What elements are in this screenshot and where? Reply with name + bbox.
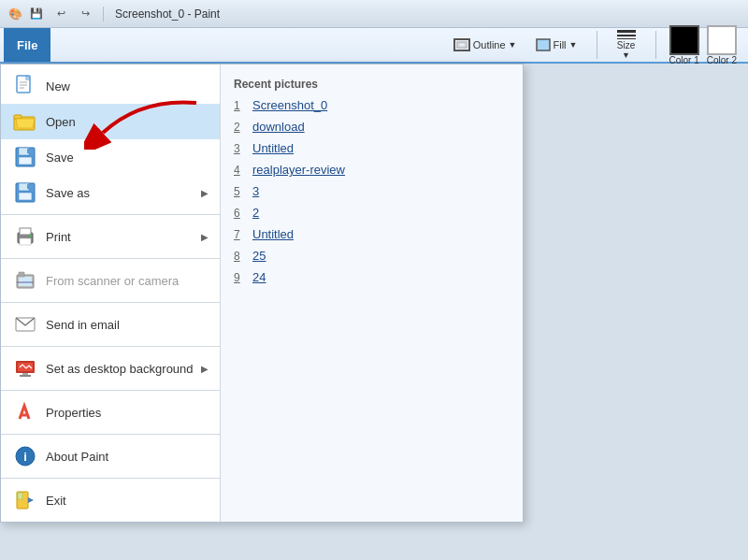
desktop-icon [12,357,38,380]
color1-section: Color 1 [669,25,699,65]
menu-item-save[interactable]: Save [1,139,220,175]
menu-item-print[interactable]: Print ▶ [1,219,220,254]
recent-name: download [252,120,305,134]
menu-item-open[interactable]: Open [1,104,220,139]
svg-text:i: i [23,450,27,464]
recent-name: Screenshot_0 [252,98,327,112]
svg-rect-25 [19,272,24,277]
recent-name: Untitled [252,141,294,155]
recent-name: 2 [252,206,259,220]
about-icon: i [12,445,38,467]
file-menu-left: New Open Save [1,65,221,522]
fill-button[interactable]: Fill ▼ [530,36,583,54]
size-label: Size [617,40,635,50]
properties-icon [12,401,38,424]
save-quick-button[interactable]: 💾 [26,4,47,24]
menu-item-scanner[interactable]: From scanner or camera [1,263,220,298]
svg-rect-36 [18,493,22,499]
menu-item-about[interactable]: i About Paint [1,438,220,474]
menu-divider-1 [1,214,220,215]
size-icon [617,30,636,39]
svg-rect-20 [20,228,31,235]
recent-name: Untitled [252,227,294,241]
menu-item-email[interactable]: Send in email [1,307,220,342]
menu-item-exit[interactable]: Exit [1,482,220,518]
exit-icon [12,489,38,511]
outline-button[interactable]: Outline ▼ [448,36,523,54]
menu-item-properties[interactable]: Properties [1,395,220,430]
save-icon [12,146,38,168]
recent-item[interactable]: 825 [221,245,523,266]
svg-rect-24 [19,277,32,286]
svg-rect-13 [19,157,32,165]
new-label: New [46,79,209,93]
recent-panel: Recent pictures 1Screenshot_02download3U… [221,65,523,522]
title-bar: 🎨 💾 ↩ ↪ Screenshot_0 - Paint [0,0,748,28]
svg-rect-31 [20,375,31,377]
scanner-label: From scanner or camera [46,274,209,288]
menu-item-save-as[interactable]: Save as ▶ [1,175,220,210]
color2-swatch[interactable] [707,25,737,55]
outline-chevron: ▼ [509,40,517,50]
redo-button[interactable]: ↪ [75,4,95,24]
ribbon-divider [597,31,597,59]
recent-header: Recent pictures [221,72,523,94]
color1-swatch[interactable] [669,25,699,55]
recent-name: realplayer-review [252,163,345,177]
recent-item[interactable]: 1Screenshot_0 [221,94,523,116]
svg-rect-5 [25,76,30,80]
print-label: Print [46,230,201,244]
svg-point-22 [29,235,32,237]
quick-access-toolbar: 🎨 💾 ↩ ↪ [7,4,108,24]
svg-rect-17 [19,193,32,200]
menu-divider-2 [1,258,220,259]
recent-num: 8 [234,250,245,263]
file-menu: New Open Save [0,64,524,523]
svg-rect-21 [20,238,31,245]
file-tab[interactable]: File [4,28,50,62]
menu-divider-4 [1,346,220,347]
recent-num: 3 [234,142,245,155]
fill-icon [536,38,551,51]
recent-item[interactable]: 2download [221,116,523,137]
outline-icon [453,38,470,51]
print-icon [12,225,38,248]
size-button[interactable]: Size ▼ [611,27,642,63]
recent-item[interactable]: 3Untitled [221,137,523,159]
desktop-arrow: ▶ [201,364,209,374]
recent-item[interactable]: 4realplayer-review [221,159,523,180]
menu-divider-7 [1,478,220,479]
size-chevron: ▼ [622,50,630,60]
save-label: Save [46,151,209,165]
recent-num: 6 [234,207,245,220]
fill-chevron: ▼ [569,40,578,50]
menu-divider-6 [1,434,220,435]
menu-item-new[interactable]: New [1,68,220,104]
recent-item[interactable]: 62 [221,202,523,223]
open-icon [12,110,38,133]
recent-item[interactable]: 53 [221,180,523,202]
ribbon-tools: Outline ▼ Fill ▼ Size ▼ Color 1 [448,25,744,65]
recent-item[interactable]: 7Untitled [221,223,523,245]
recent-num: 7 [234,228,245,241]
scanner-icon [12,269,38,292]
save-as-icon [12,181,38,204]
svg-rect-18 [27,184,30,189]
fill-label: Fill [554,39,567,50]
svg-rect-3 [537,39,550,50]
recent-num: 2 [234,121,245,134]
email-icon [12,313,38,336]
open-label: Open [46,115,209,129]
exit-label: Exit [46,494,209,508]
menu-divider-3 [1,302,220,303]
recent-name: 25 [252,249,266,263]
svg-rect-10 [14,115,22,119]
recent-name: 24 [252,270,266,284]
recent-num: 5 [234,185,245,198]
email-label: Send in email [46,318,209,332]
properties-label: Properties [46,406,209,420]
outline-label: Outline [473,39,506,50]
recent-item[interactable]: 924 [221,266,523,288]
undo-button[interactable]: ↩ [50,4,71,24]
menu-item-desktop[interactable]: Set as desktop background ▶ [1,351,220,386]
